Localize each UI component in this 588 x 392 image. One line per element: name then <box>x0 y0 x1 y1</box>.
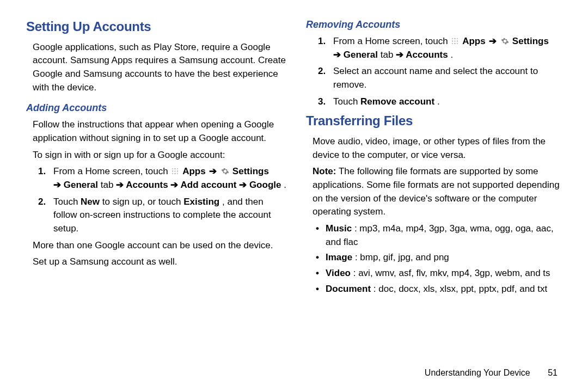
step1-pre: From a Home screen, touch <box>333 36 450 46</box>
adding-paragraph-4: Set up a Samsung account as well. <box>26 255 286 269</box>
bullet-icon: • <box>316 267 326 280</box>
bullet-icon: • <box>316 222 326 249</box>
subheading-removing-accounts: Removing Accounts <box>306 17 566 32</box>
existing-label: Existing <box>183 197 219 207</box>
path-tab: tab <box>381 50 396 60</box>
list-number: 2. <box>38 195 53 236</box>
adding-steps-list: 1. From a Home screen, touch Apps ➔ Sett… <box>26 165 286 235</box>
list-text: Music : mp3, m4a, mp4, 3gp, 3ga, wma, og… <box>326 222 566 249</box>
apps-grid-icon <box>171 167 179 175</box>
list-text: Select an account name and select the ac… <box>333 65 566 91</box>
bullet-icon: • <box>316 283 326 296</box>
t: : bmp, gif, jpg, and png <box>355 252 449 262</box>
document-formats: • Document : doc, docx, xls, xlsx, ppt, … <box>316 283 566 296</box>
image-formats: • Image : bmp, gif, jpg, and png <box>316 251 566 265</box>
adding-paragraph-1: Follow the instructions that appear when… <box>26 118 286 145</box>
t: to sign up, or touch <box>102 197 183 207</box>
document-label: Document <box>326 284 371 294</box>
remove-account-label: Remove account <box>360 96 434 107</box>
two-column-layout: Setting Up Accounts Google applications,… <box>0 0 588 355</box>
path-general: ➔ General <box>53 180 98 190</box>
video-formats: • Video : avi, wmv, asf, flv, mkv, mp4, … <box>316 267 566 280</box>
adding-paragraph-3: More than one Google account can be used… <box>26 239 286 253</box>
list-number: 2. <box>318 65 333 91</box>
path-accounts: ➔ Accounts <box>396 50 448 60</box>
step1-pre: From a Home screen, touch <box>53 166 170 176</box>
settings-gear-icon <box>221 167 229 175</box>
page-footer: Understanding Your Device 51 <box>425 366 558 379</box>
note-label: Note: <box>313 166 336 176</box>
image-label: Image <box>326 252 352 262</box>
list-text: From a Home screen, touch Apps ➔ Setting… <box>333 35 566 62</box>
settings-label: Settings <box>232 166 269 176</box>
list-number: 1. <box>38 165 53 192</box>
subheading-adding-accounts: Adding Accounts <box>26 101 286 115</box>
page: Setting Up Accounts Google applications,… <box>0 0 588 392</box>
heading-setting-up-accounts: Setting Up Accounts <box>26 17 286 36</box>
adding-step-1: 1. From a Home screen, touch Apps ➔ Sett… <box>38 165 286 192</box>
page-number: 51 <box>548 368 558 377</box>
heading-transferring-files: Transferring Files <box>306 112 566 131</box>
arrow-icon: ➔ <box>488 36 498 46</box>
music-label: Music <box>326 223 352 234</box>
list-text: From a Home screen, touch Apps ➔ Setting… <box>53 165 286 192</box>
t: . <box>437 96 440 107</box>
settings-label: Settings <box>512 36 549 46</box>
path-rest: ➔ Accounts ➔ Add account ➔ Google <box>116 180 281 190</box>
list-text: Touch New to sign up, or touch Existing … <box>53 195 286 236</box>
transfer-paragraph: Move audio, video, image, or other types… <box>306 135 566 162</box>
adding-paragraph-2: To sign in with or sign up for a Google … <box>26 149 286 162</box>
period: . <box>284 180 286 190</box>
list-number: 1. <box>318 35 333 62</box>
t: : doc, docx, xls, xlsx, ppt, pptx, pdf, … <box>373 284 547 294</box>
arrow-icon: ➔ <box>208 166 218 176</box>
settings-gear-icon <box>501 37 509 45</box>
removing-step-3: 3. Touch Remove account . <box>318 95 566 109</box>
t: Touch <box>333 96 360 107</box>
list-text: Touch Remove account . <box>333 95 566 109</box>
removing-steps-list: 1. From a Home screen, touch Apps ➔ Sett… <box>306 35 566 108</box>
period: . <box>450 50 453 60</box>
t: : avi, wmv, asf, flv, mkv, mp4, 3gp, web… <box>353 268 550 278</box>
removing-step-2: 2. Select an account name and select the… <box>318 65 566 91</box>
apps-grid-icon <box>451 37 459 45</box>
note-text: The following file formats are supported… <box>313 166 560 217</box>
apps-label: Apps <box>182 166 206 176</box>
list-number: 3. <box>318 95 333 109</box>
t: : mp3, m4a, mp4, 3gp, 3ga, wma, ogg, oga… <box>326 223 554 247</box>
new-label: New <box>81 197 100 207</box>
list-text: Image : bmp, gif, jpg, and png <box>326 251 449 265</box>
footer-section-title: Understanding Your Device <box>425 368 530 377</box>
path-general: ➔ General <box>333 50 378 60</box>
t: Touch <box>53 197 81 207</box>
right-column: Removing Accounts 1. From a Home screen,… <box>306 17 566 344</box>
transfer-note: Note: The following file formats are sup… <box>306 165 566 219</box>
bullet-icon: • <box>316 251 326 265</box>
list-text: Document : doc, docx, xls, xlsx, ppt, pp… <box>326 283 547 296</box>
video-label: Video <box>326 268 351 278</box>
file-formats-list: • Music : mp3, m4a, mp4, 3gp, 3ga, wma, … <box>306 222 566 296</box>
removing-step-1: 1. From a Home screen, touch Apps ➔ Sett… <box>318 35 566 62</box>
left-column: Setting Up Accounts Google applications,… <box>26 17 286 344</box>
path-tab: tab <box>101 180 116 190</box>
music-formats: • Music : mp3, m4a, mp4, 3gp, 3ga, wma, … <box>316 222 566 249</box>
adding-step-2: 2. Touch New to sign up, or touch Existi… <box>38 195 286 236</box>
intro-paragraph: Google applications, such as Play Store,… <box>26 41 286 95</box>
list-text: Video : avi, wmv, asf, flv, mkv, mp4, 3g… <box>326 267 550 280</box>
apps-label: Apps <box>462 36 486 46</box>
